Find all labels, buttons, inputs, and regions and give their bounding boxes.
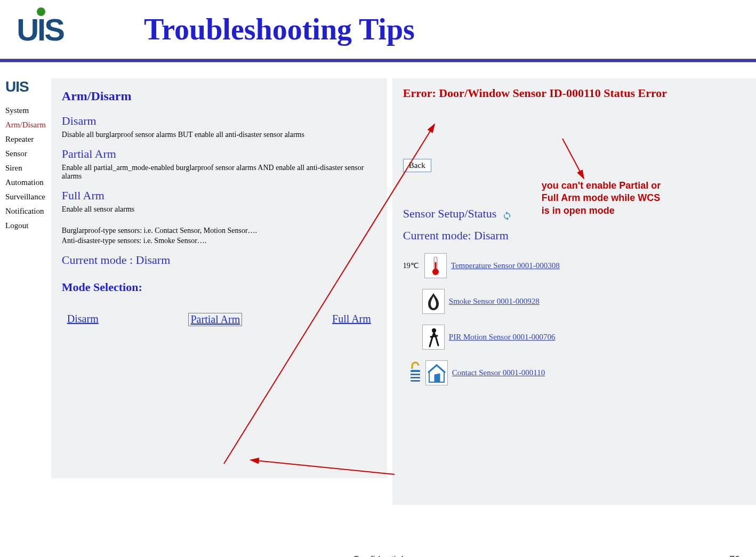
error-message: Error: Door/Window Sensor ID-000110 Stat… <box>403 86 756 100</box>
full-arm-heading: Full Arm <box>62 189 376 203</box>
nav-notification[interactable]: Notification <box>5 207 46 216</box>
sensor-note-1: Burglarproof-type sensors: i.e. Contact … <box>62 227 376 235</box>
nav-siren[interactable]: Siren <box>5 164 46 173</box>
header: UIS Troubleshooting Tips <box>0 0 756 59</box>
nav-automation[interactable]: Automation <box>5 178 46 187</box>
svg-rect-6 <box>411 375 420 377</box>
partial-arm-heading: Partial Arm <box>62 147 376 161</box>
footer-confidential: Confidential <box>352 554 403 557</box>
partial-arm-desc: Enable all partial_arm_mode-enabled burg… <box>62 164 376 181</box>
nav-repeater[interactable]: Repeater <box>5 135 46 144</box>
nav-logo: UIS <box>5 78 46 95</box>
sensor-link-temperature[interactable]: Temperature Sensor 0001-000308 <box>451 261 560 270</box>
nav-logout[interactable]: Logout <box>5 221 46 230</box>
annotation-text: you can't enable Partial or Full Arm mod… <box>542 180 670 217</box>
thermometer-icon <box>424 253 447 278</box>
header-divider <box>0 59 756 62</box>
mode-selection-row: Disarm Partial Arm Full Arm <box>62 313 376 326</box>
uis-logo: UIS <box>5 3 75 56</box>
sensor-link-pir[interactable]: PIR Motion Sensor 0001-000706 <box>449 333 556 342</box>
page-number: 70 <box>729 554 740 557</box>
sensor-setup-label: Sensor Setup/Status <box>403 207 496 220</box>
sidebar-nav: UIS System Arm/Disarm Repeater Sensor Si… <box>5 78 46 505</box>
error-status-panel: Error: Door/Window Sensor ID-000110 Stat… <box>392 78 756 505</box>
fire-icon <box>422 289 445 314</box>
disarm-desc: Disable all burglarproof sensor alarms B… <box>62 131 376 139</box>
sensor-row-smoke: Smoke Sensor 0001-000928 <box>403 289 756 314</box>
refresh-icon[interactable] <box>502 210 512 220</box>
nav-sensor[interactable]: Sensor <box>5 149 46 158</box>
nav-system[interactable]: System <box>5 106 46 115</box>
sensor-link-contact[interactable]: Contact Sensor 0001-000110 <box>452 368 545 377</box>
panel-title: Arm/Disarm <box>62 89 376 103</box>
unlock-icon <box>409 361 421 385</box>
sensor-link-smoke[interactable]: Smoke Sensor 0001-000928 <box>449 297 540 306</box>
nav-surveillance[interactable]: Surveillance <box>5 192 46 201</box>
house-open-icon <box>425 360 448 385</box>
full-arm-desc: Enable all sensor alarms <box>62 205 376 214</box>
disarm-heading: Disarm <box>62 114 376 128</box>
right-current-mode: Current mode: Disarm <box>403 229 756 243</box>
arm-disarm-panel: Arm/Disarm Disarm Disable all burglarpro… <box>51 78 387 478</box>
svg-rect-2 <box>435 262 436 272</box>
sensor-note-2: Anti-disaster-type sensors: i.e. Smoke S… <box>62 237 376 245</box>
nav-arm-disarm[interactable]: Arm/Disarm <box>5 120 46 130</box>
sensor-row-motion: PIR Motion Sensor 0001-000706 <box>403 325 756 350</box>
svg-rect-7 <box>411 378 420 380</box>
back-button[interactable]: Back <box>403 159 431 172</box>
mode-selection-label: Mode Selection: <box>62 280 376 294</box>
motion-icon <box>422 325 445 350</box>
partial-arm-link[interactable]: Partial Arm <box>188 313 242 326</box>
temperature-value: 19℃ <box>403 261 419 270</box>
full-arm-link[interactable]: Full Arm <box>332 313 371 326</box>
sensor-status-section: Sensor Setup/Status Current mode: Disarm… <box>403 207 756 385</box>
sensor-row-contact: Contact Sensor 0001-000110 <box>403 360 756 385</box>
sensor-row-temperature: 19℃ Temperature Sensor 0001-000308 <box>403 253 756 278</box>
svg-rect-5 <box>411 372 420 374</box>
page-title: Troubleshooting Tips <box>144 12 415 46</box>
content-area: UIS System Arm/Disarm Repeater Sensor Si… <box>0 62 756 521</box>
current-mode-label: Current mode : Disarm <box>62 253 376 267</box>
disarm-link[interactable]: Disarm <box>67 313 99 326</box>
